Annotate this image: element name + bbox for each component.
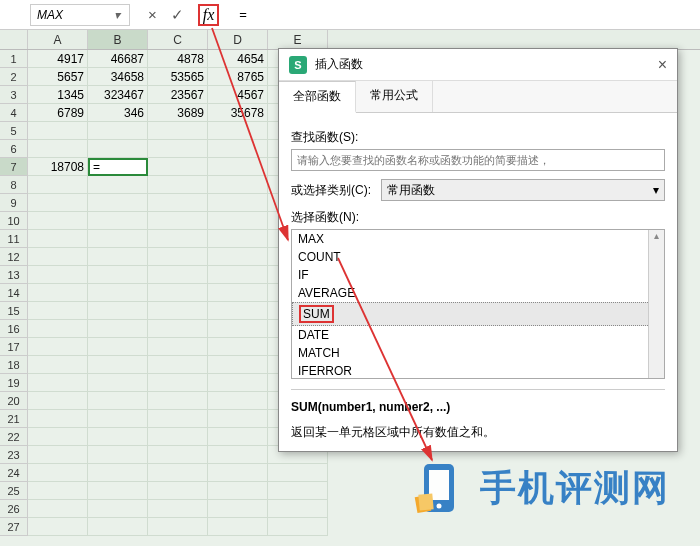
- cell-B26[interactable]: [88, 500, 148, 518]
- cell-C27[interactable]: [148, 518, 208, 536]
- cell-E26[interactable]: [268, 500, 328, 518]
- cell-C24[interactable]: [148, 464, 208, 482]
- cell-C6[interactable]: [148, 140, 208, 158]
- row-header-1[interactable]: 1: [0, 50, 28, 68]
- cell-C8[interactable]: [148, 176, 208, 194]
- cell-C2[interactable]: 53565: [148, 68, 208, 86]
- cell-C23[interactable]: [148, 446, 208, 464]
- name-box[interactable]: MAX ▾: [30, 4, 130, 26]
- cell-C26[interactable]: [148, 500, 208, 518]
- select-all-corner[interactable]: [0, 30, 28, 49]
- cell-A16[interactable]: [28, 320, 88, 338]
- search-input[interactable]: [291, 149, 665, 171]
- cell-A1[interactable]: 4917: [28, 50, 88, 68]
- function-item-if[interactable]: IF: [292, 266, 664, 284]
- cell-A22[interactable]: [28, 428, 88, 446]
- cell-D15[interactable]: [208, 302, 268, 320]
- row-header-8[interactable]: 8: [0, 176, 28, 194]
- cell-C14[interactable]: [148, 284, 208, 302]
- category-select[interactable]: 常用函数 ▾: [381, 179, 665, 201]
- row-header-2[interactable]: 2: [0, 68, 28, 86]
- row-header-6[interactable]: 6: [0, 140, 28, 158]
- cell-C19[interactable]: [148, 374, 208, 392]
- function-list[interactable]: MAXCOUNTIFAVERAGESUMDATEMATCHIFERROR ▴: [291, 229, 665, 379]
- cell-B17[interactable]: [88, 338, 148, 356]
- cell-A7[interactable]: 18708: [28, 158, 88, 176]
- fx-button[interactable]: fx: [198, 4, 220, 26]
- cell-A8[interactable]: [28, 176, 88, 194]
- cell-C5[interactable]: [148, 122, 208, 140]
- row-header-7[interactable]: 7: [0, 158, 28, 176]
- cell-D9[interactable]: [208, 194, 268, 212]
- cell-B11[interactable]: [88, 230, 148, 248]
- scrollbar[interactable]: ▴: [648, 230, 664, 378]
- cell-A20[interactable]: [28, 392, 88, 410]
- function-item-average[interactable]: AVERAGE: [292, 284, 664, 302]
- cell-D24[interactable]: [208, 464, 268, 482]
- cell-C3[interactable]: 23567: [148, 86, 208, 104]
- cell-D11[interactable]: [208, 230, 268, 248]
- cell-B10[interactable]: [88, 212, 148, 230]
- cell-A9[interactable]: [28, 194, 88, 212]
- row-header-12[interactable]: 12: [0, 248, 28, 266]
- cell-A25[interactable]: [28, 482, 88, 500]
- cell-B23[interactable]: [88, 446, 148, 464]
- cell-A24[interactable]: [28, 464, 88, 482]
- row-header-11[interactable]: 11: [0, 230, 28, 248]
- cell-B7[interactable]: =: [88, 158, 148, 176]
- row-header-16[interactable]: 16: [0, 320, 28, 338]
- cell-C22[interactable]: [148, 428, 208, 446]
- row-header-19[interactable]: 19: [0, 374, 28, 392]
- name-box-dropdown-icon[interactable]: ▾: [111, 8, 123, 22]
- cell-C10[interactable]: [148, 212, 208, 230]
- column-header-D[interactable]: D: [208, 30, 268, 49]
- cell-A3[interactable]: 1345: [28, 86, 88, 104]
- cell-B14[interactable]: [88, 284, 148, 302]
- cell-D17[interactable]: [208, 338, 268, 356]
- formula-input[interactable]: =: [229, 7, 700, 22]
- cell-B12[interactable]: [88, 248, 148, 266]
- cell-D5[interactable]: [208, 122, 268, 140]
- cell-D2[interactable]: 8765: [208, 68, 268, 86]
- row-header-17[interactable]: 17: [0, 338, 28, 356]
- function-item-match[interactable]: MATCH: [292, 344, 664, 362]
- cell-D23[interactable]: [208, 446, 268, 464]
- cell-B2[interactable]: 34658: [88, 68, 148, 86]
- cell-A12[interactable]: [28, 248, 88, 266]
- row-header-10[interactable]: 10: [0, 212, 28, 230]
- cell-D21[interactable]: [208, 410, 268, 428]
- cell-B24[interactable]: [88, 464, 148, 482]
- row-header-26[interactable]: 26: [0, 500, 28, 518]
- function-item-iferror[interactable]: IFERROR: [292, 362, 664, 379]
- row-header-4[interactable]: 4: [0, 104, 28, 122]
- row-header-3[interactable]: 3: [0, 86, 28, 104]
- row-header-5[interactable]: 5: [0, 122, 28, 140]
- cell-A23[interactable]: [28, 446, 88, 464]
- cell-A15[interactable]: [28, 302, 88, 320]
- tab-common-formulas[interactable]: 常用公式: [356, 81, 433, 112]
- cell-D26[interactable]: [208, 500, 268, 518]
- function-item-sum[interactable]: SUM: [292, 302, 664, 326]
- column-header-C[interactable]: C: [148, 30, 208, 49]
- column-header-A[interactable]: A: [28, 30, 88, 49]
- cell-B8[interactable]: [88, 176, 148, 194]
- cell-D4[interactable]: 35678: [208, 104, 268, 122]
- cell-C7[interactable]: [148, 158, 208, 176]
- cell-B4[interactable]: 346: [88, 104, 148, 122]
- cell-C9[interactable]: [148, 194, 208, 212]
- row-header-21[interactable]: 21: [0, 410, 28, 428]
- cell-A14[interactable]: [28, 284, 88, 302]
- cell-D8[interactable]: [208, 176, 268, 194]
- row-header-18[interactable]: 18: [0, 356, 28, 374]
- cell-D14[interactable]: [208, 284, 268, 302]
- cell-B25[interactable]: [88, 482, 148, 500]
- cell-C4[interactable]: 3689: [148, 104, 208, 122]
- cell-D27[interactable]: [208, 518, 268, 536]
- cell-B5[interactable]: [88, 122, 148, 140]
- cell-A11[interactable]: [28, 230, 88, 248]
- cell-B3[interactable]: 323467: [88, 86, 148, 104]
- function-item-count[interactable]: COUNT: [292, 248, 664, 266]
- cell-B19[interactable]: [88, 374, 148, 392]
- cell-C21[interactable]: [148, 410, 208, 428]
- cell-D18[interactable]: [208, 356, 268, 374]
